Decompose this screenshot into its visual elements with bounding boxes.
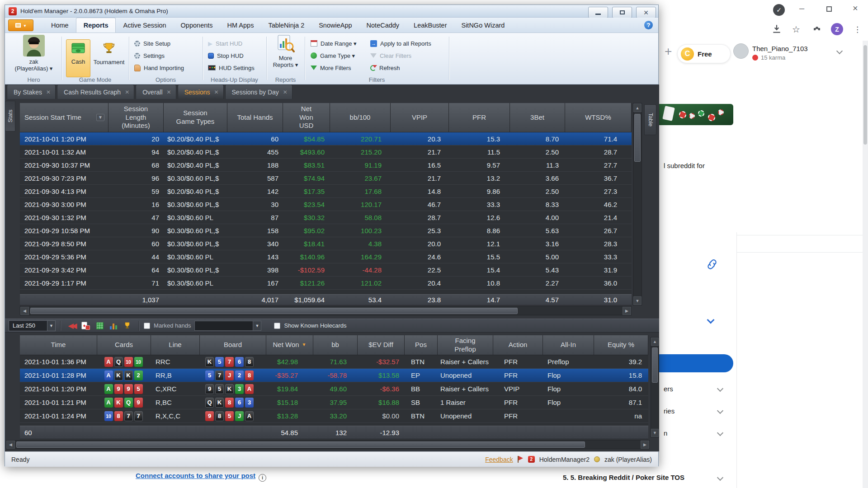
hand-row[interactable]: 2021-10-01 1:36 PMAQ1010RRCK5768$42.9871… bbox=[20, 355, 648, 369]
more-reports-button[interactable]: More Reports ▾ bbox=[266, 55, 305, 68]
sessions-col-3[interactable]: Total Hands bbox=[227, 103, 283, 132]
filter-icon[interactable]: ▼ bbox=[96, 114, 104, 122]
scrollbar-thumb[interactable] bbox=[652, 347, 658, 383]
settings-button[interactable]: Settings bbox=[134, 51, 165, 61]
connect-accounts-link[interactable]: Connect accounts to share your posti bbox=[136, 472, 266, 482]
scrollbar-thumb[interactable] bbox=[30, 308, 518, 314]
session-row[interactable]: 2021-09-30 1:32 PM47$0.30/$0.60 PL87$30.… bbox=[20, 211, 632, 224]
menu-tab-tableninja-2[interactable]: TableNinja 2 bbox=[261, 18, 311, 33]
scroll-right-button[interactable]: ▶ bbox=[623, 307, 631, 315]
hero-selector[interactable]: zak (PlayerAlias) ▾ bbox=[6, 58, 61, 72]
session-row[interactable]: 2021-09-29 1:17 PM71$0.30/$0.60 PL167$12… bbox=[20, 277, 632, 290]
hud-settings-button[interactable]: HUD Settings bbox=[208, 63, 255, 73]
scroll-down-button[interactable]: ▼ bbox=[651, 429, 659, 437]
more-filters-button[interactable]: More Filters bbox=[311, 63, 351, 73]
extensions-icon[interactable] bbox=[812, 24, 822, 36]
menu-tab-reports[interactable]: Reports bbox=[76, 18, 116, 33]
sessions-col-7[interactable]: PFR bbox=[449, 103, 510, 132]
menu-tab-active-session[interactable]: Active Session bbox=[116, 18, 173, 33]
scroll-up-button[interactable]: ▲ bbox=[651, 338, 659, 346]
stop-hud-button[interactable]: Stop HUD bbox=[208, 51, 244, 61]
browser-menu-icon[interactable]: ⋮ bbox=[854, 25, 861, 34]
sessions-col-9[interactable]: WTSD% bbox=[565, 103, 632, 132]
menu-tab-home[interactable]: Home bbox=[44, 18, 76, 33]
close-tab-icon[interactable]: ✕ bbox=[46, 89, 51, 95]
tab-status-icon[interactable]: ✓ bbox=[773, 4, 785, 16]
sessions-col-6[interactable]: VPIP bbox=[391, 103, 449, 132]
scroll-left-button[interactable]: ◀ bbox=[6, 441, 15, 449]
download-icon[interactable] bbox=[771, 23, 782, 36]
hands-col-7[interactable]: Pos bbox=[405, 335, 438, 355]
report-tab-by-stakes[interactable]: By Stakes✕ bbox=[7, 84, 56, 99]
close-tab-icon[interactable]: ✕ bbox=[167, 89, 171, 95]
maximize-button[interactable] bbox=[612, 7, 632, 18]
menu-tab-sitngo-wizard[interactable]: SitNGo Wizard bbox=[454, 18, 512, 33]
scroll-left-button[interactable]: ◀ bbox=[20, 307, 29, 315]
section-chevron-icon[interactable] bbox=[717, 408, 723, 414]
browser-close-button[interactable]: × bbox=[853, 4, 858, 13]
sessions-vscrollbar[interactable]: ▲ ▼ bbox=[633, 103, 642, 305]
tournament-button[interactable]: Tournament bbox=[90, 39, 127, 77]
sessions-col-5[interactable]: bb/100 bbox=[330, 103, 391, 132]
scrollbar-thumb[interactable] bbox=[634, 114, 641, 162]
menu-tab-snowieapp[interactable]: SnowieApp bbox=[311, 18, 359, 33]
sessions-col-8[interactable]: 3Bet bbox=[510, 103, 565, 132]
refresh-button[interactable]: Refresh bbox=[370, 63, 400, 73]
hand-row[interactable]: 2021-10-01 1:24 PM10877R,X,C,C985JA$13.2… bbox=[20, 409, 648, 423]
replay-hand-icon[interactable]: ◀◀ bbox=[68, 322, 75, 330]
site-setup-button[interactable]: Site Setup bbox=[134, 38, 170, 48]
hands-col-3[interactable]: Board bbox=[200, 335, 266, 355]
menu-tab-opponents[interactable]: Opponents bbox=[174, 18, 220, 33]
hand-row[interactable]: 2021-10-01 1:21 PMAKQ9R,BCQK863$15.1837.… bbox=[20, 396, 648, 409]
scrollbar-thumb[interactable] bbox=[16, 441, 585, 448]
session-row[interactable]: 2021-09-30 7:23 PM96$0.30/$0.60 PL,$587$… bbox=[20, 172, 632, 185]
menu-tab-notecaddy[interactable]: NoteCaddy bbox=[359, 18, 407, 33]
sessions-col-4[interactable]: Net Won USD bbox=[283, 103, 330, 132]
tos-chevron-icon[interactable] bbox=[717, 474, 723, 481]
titlebar[interactable]: 2 Hold'em Manager - 2.0.0.8673 (Holdem &… bbox=[5, 5, 658, 18]
table-side-tab[interactable]: Table bbox=[644, 104, 656, 135]
close-button[interactable]: × bbox=[636, 7, 656, 18]
game-type--button[interactable]: Game Type ▾ bbox=[311, 51, 355, 61]
hand-range-select[interactable]: Last 250▼ bbox=[9, 320, 56, 331]
sessions-col-2[interactable]: Session Game Types bbox=[164, 103, 227, 132]
hands-col-8[interactable]: Facing Preflop bbox=[438, 335, 493, 355]
free-button[interactable]: C Free bbox=[677, 44, 731, 63]
report-tab-sessions[interactable]: Sessions✕ bbox=[178, 84, 224, 99]
sessions-col-0[interactable]: Session Start Time▼ bbox=[20, 103, 108, 132]
session-row[interactable]: 2021-09-30 10:37 PM68$0.20/$0.40 PL,$188… bbox=[20, 159, 632, 172]
more-reports-icon[interactable] bbox=[277, 35, 295, 55]
stats-side-tab[interactable]: Stats bbox=[5, 101, 15, 131]
link-icon[interactable] bbox=[706, 258, 718, 272]
feedback-link[interactable]: Feedback bbox=[485, 456, 513, 463]
poker-table-image[interactable] bbox=[651, 104, 733, 125]
hands-col-1[interactable]: Cards bbox=[97, 335, 151, 355]
hands-col-5[interactable]: bb bbox=[313, 335, 358, 355]
hands-col-9[interactable]: Action bbox=[493, 335, 543, 355]
expand-chevron-icon[interactable] bbox=[707, 316, 715, 324]
menu-tab-hm-apps[interactable]: HM Apps bbox=[220, 18, 261, 33]
browser-scrollbar-thumb[interactable] bbox=[863, 45, 867, 145]
marked-hands-select[interactable]: ▼ bbox=[194, 321, 261, 331]
hands-col-4[interactable]: Net Won▼ bbox=[266, 335, 313, 355]
minimize-button[interactable] bbox=[588, 7, 608, 18]
hands-hscrollbar[interactable]: ◀ ▶ bbox=[6, 440, 650, 449]
close-tab-icon[interactable]: ✕ bbox=[125, 89, 129, 95]
scroll-up-button[interactable]: ▲ bbox=[633, 103, 642, 112]
hands-col-6[interactable]: $EV Diff bbox=[358, 335, 405, 355]
scroll-right-button[interactable]: ▶ bbox=[641, 441, 649, 449]
account-chevron-icon[interactable] bbox=[836, 48, 843, 54]
hand-importing-button[interactable]: Hand Importing bbox=[134, 63, 184, 73]
section-chevron-icon[interactable] bbox=[717, 430, 723, 436]
date-range--button[interactable]: Date Range ▾ bbox=[311, 38, 357, 48]
menu-tab-leakbuster[interactable]: LeakBuster bbox=[406, 18, 454, 33]
post-button[interactable] bbox=[651, 354, 733, 372]
sessions-hscrollbar[interactable]: ◀ ▶ bbox=[20, 306, 632, 315]
app-menu-button[interactable]: ▾ bbox=[8, 19, 33, 31]
marked-hands-checkbox[interactable] bbox=[144, 323, 150, 329]
browser-minimize-button[interactable]: – bbox=[799, 4, 804, 13]
section-chevron-icon[interactable] bbox=[717, 385, 723, 392]
chart-icon[interactable] bbox=[110, 322, 117, 329]
session-row[interactable]: 2021-09-29 8:50 PM60$0.30/$0.60 PL,$340$… bbox=[20, 237, 632, 250]
user-avatar[interactable] bbox=[733, 43, 749, 59]
